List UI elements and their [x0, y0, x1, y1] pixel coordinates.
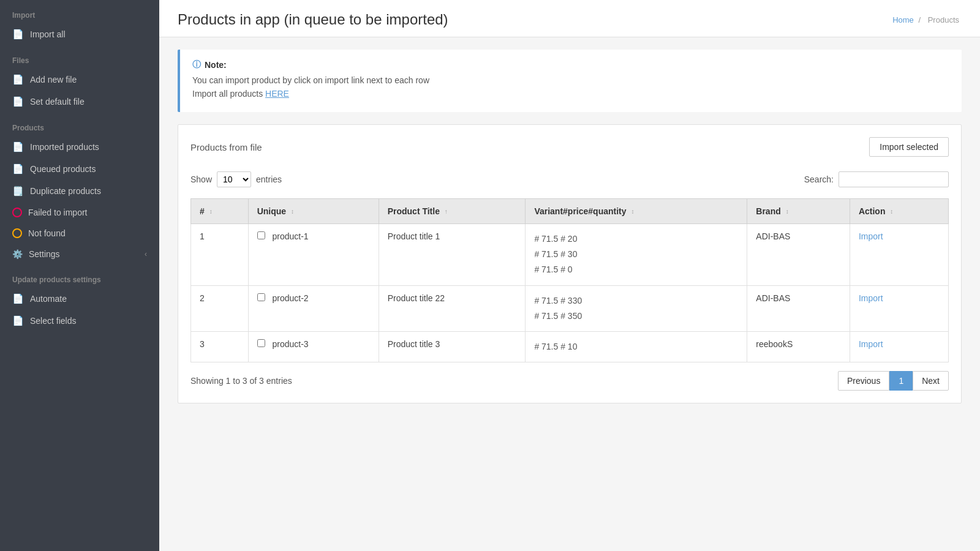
sidebar-label-not-found: Not found	[28, 228, 66, 238]
page-title: Products in app (in queue to be imported…	[178, 11, 448, 28]
doc-icon-default: 📄	[12, 96, 24, 107]
sidebar-label-set-default-file: Set default file	[30, 97, 85, 107]
breadcrumb-separator: /	[918, 15, 921, 24]
cell-action: Import	[850, 331, 948, 362]
table-controls: Show 10 25 50 100 entries Search:	[190, 167, 949, 192]
sidebar-section-import: Import	[0, 0, 159, 23]
cell-action: Import	[850, 285, 948, 331]
sidebar-item-not-found[interactable]: Not found	[0, 223, 159, 244]
gear-icon: ⚙️	[12, 249, 23, 259]
sort-action-icon[interactable]: ↕	[890, 209, 893, 215]
cell-action: Import	[850, 224, 948, 286]
cell-product-title: Product title 1	[379, 224, 526, 286]
sidebar-section-update: Update products settings	[0, 264, 159, 288]
doc-icon-automate: 📄	[12, 293, 24, 304]
row-checkbox[interactable]	[257, 293, 265, 301]
sidebar-item-settings[interactable]: ⚙️ Settings ‹	[0, 244, 159, 264]
sidebar-item-duplicate-products[interactable]: 🗒️ Duplicate products	[0, 180, 159, 202]
col-product-title: Product Title ↑	[379, 199, 526, 224]
note-box: ⓘ Note: You can import product by click …	[178, 50, 962, 112]
cell-variant: # 71.5 # 20# 71.5 # 30# 71.5 # 0	[526, 224, 747, 286]
search-label: Search:	[804, 174, 834, 184]
sidebar-label-queued-products: Queued products	[30, 164, 96, 174]
doc-icon-add: 📄	[12, 74, 24, 85]
doc-icon-imported: 📄	[12, 141, 24, 152]
table-row: 1 product-1 Product title 1 # 71.5 # 20#…	[191, 224, 949, 286]
import-link[interactable]: Import	[859, 231, 883, 241]
cell-unique: product-3	[248, 331, 379, 362]
sidebar-item-select-fields[interactable]: 📄 Select fields	[0, 310, 159, 332]
sidebar-item-imported-products[interactable]: 📄 Imported products	[0, 136, 159, 158]
entries-select[interactable]: 10 25 50 100	[217, 171, 251, 187]
sort-variant-icon[interactable]: ↕	[631, 209, 634, 215]
note-here-link[interactable]: HERE	[265, 89, 289, 99]
breadcrumb: Home / Products	[892, 15, 962, 24]
sort-num-icon[interactable]: ↕	[209, 209, 213, 215]
import-link[interactable]: Import	[859, 339, 883, 349]
row-checkbox[interactable]	[257, 339, 265, 347]
cell-brand: ADI-BAS	[747, 285, 850, 331]
cell-unique: product-1	[248, 224, 379, 286]
cell-num: 2	[191, 285, 249, 331]
sidebar-label-settings: Settings	[29, 249, 60, 259]
cell-product-title: Product title 22	[379, 285, 526, 331]
products-section-title: Products from file	[190, 142, 262, 152]
cell-variant: # 71.5 # 330# 71.5 # 350	[526, 285, 747, 331]
circle-red-icon	[12, 208, 22, 217]
col-unique: Unique ↕	[248, 199, 379, 224]
doc-icon-duplicate: 🗒️	[12, 186, 24, 197]
note-title-text: Note:	[205, 60, 227, 70]
col-variant: Variant#price#quantity ↕	[526, 199, 747, 224]
previous-button[interactable]: Previous	[838, 371, 889, 391]
sidebar-label-automate: Automate	[30, 294, 67, 304]
products-section: Products from file Import selected Show …	[178, 124, 962, 403]
col-num: # ↕	[191, 199, 249, 224]
cell-num: 1	[191, 224, 249, 286]
cell-brand: ADI-BAS	[747, 224, 850, 286]
sort-title-icon[interactable]: ↑	[445, 209, 448, 215]
sidebar-item-import-all[interactable]: 📄 Import all	[0, 23, 159, 45]
doc-icon: 📄	[12, 29, 24, 40]
col-action: Action ↕	[850, 199, 948, 224]
note-line2-prefix: Import all products	[192, 89, 265, 99]
pagination-buttons: Previous 1 Next	[838, 371, 949, 391]
sidebar-label-import-all: Import all	[30, 29, 66, 39]
info-icon: ⓘ	[192, 59, 201, 70]
cell-product-title: Product title 3	[379, 331, 526, 362]
table-row: 2 product-2 Product title 22 # 71.5 # 33…	[191, 285, 949, 331]
import-link[interactable]: Import	[859, 293, 883, 303]
chevron-left-icon: ‹	[145, 250, 147, 258]
sort-brand-icon[interactable]: ↕	[786, 209, 789, 215]
row-checkbox[interactable]	[257, 231, 265, 239]
breadcrumb-home[interactable]: Home	[892, 15, 914, 24]
sidebar-item-failed-to-import[interactable]: Failed to import	[0, 202, 159, 223]
breadcrumb-current: Products	[928, 15, 959, 24]
doc-icon-queued: 📄	[12, 163, 24, 174]
sidebar-label-add-new-file: Add new file	[30, 75, 77, 84]
cell-brand: reebookS	[747, 331, 850, 362]
sidebar-item-set-default-file[interactable]: 📄 Set default file	[0, 91, 159, 113]
circle-yellow-icon	[12, 228, 22, 238]
search-input[interactable]	[839, 171, 949, 187]
table-row: 3 product-3 Product title 3 # 71.5 # 10 …	[191, 331, 949, 362]
cell-unique: product-2	[248, 285, 379, 331]
note-line1: You can import product by click on impor…	[192, 75, 949, 85]
sort-unique-icon[interactable]: ↕	[291, 209, 294, 215]
doc-icon-select-fields: 📄	[12, 315, 24, 326]
sidebar-item-add-new-file[interactable]: 📄 Add new file	[0, 69, 159, 91]
sidebar-item-queued-products[interactable]: 📄 Queued products	[0, 158, 159, 180]
sidebar-label-duplicate-products: Duplicate products	[30, 186, 101, 196]
showing-text: Showing 1 to 3 of 3 entries	[190, 376, 292, 386]
sidebar-section-files: Files	[0, 45, 159, 69]
next-button[interactable]: Next	[913, 371, 949, 391]
page-1-button[interactable]: 1	[889, 371, 913, 391]
cell-num: 3	[191, 331, 249, 362]
entries-label: entries	[256, 174, 282, 184]
import-selected-button[interactable]: Import selected	[869, 137, 949, 157]
products-table: # ↕ Unique ↕ Product Title ↑ Variant#p	[190, 198, 949, 362]
sidebar-item-automate[interactable]: 📄 Automate	[0, 288, 159, 310]
note-line2: Import all products HERE	[192, 89, 949, 99]
sidebar-section-products: Products	[0, 113, 159, 136]
show-label: Show	[190, 174, 212, 184]
col-brand: Brand ↕	[747, 199, 850, 224]
